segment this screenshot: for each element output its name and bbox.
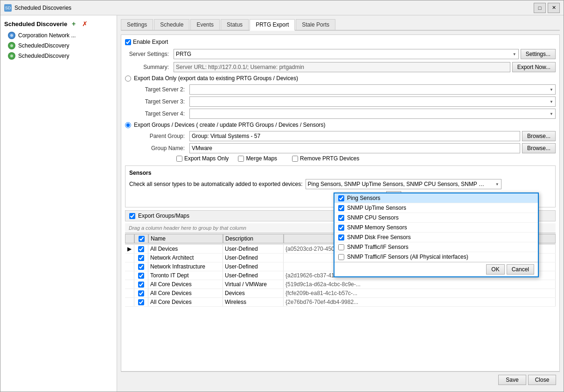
target-server-3-dropdown[interactable]: ▼ [189, 96, 556, 107]
group-name-browse-button[interactable]: Browse... [522, 143, 556, 153]
tab-events[interactable]: Events [190, 19, 220, 30]
sensors-multiselect-dropdown[interactable]: Ping Sensors, SNMP UpTime Sensors, SNMP … [306, 179, 501, 189]
target-server-4-dropdown[interactable]: ▼ [189, 109, 556, 119]
save-button[interactable]: Save [498, 375, 526, 385]
restore-button[interactable]: □ [534, 3, 546, 13]
sensor-ok-button[interactable]: OK [486, 264, 504, 275]
col-header-name[interactable]: Name [148, 234, 223, 243]
parent-group-row: Parent Group: Browse... [136, 131, 556, 141]
sidebar-title: Scheduled Discoverie [4, 21, 67, 28]
sensor-ping-checkbox[interactable] [338, 195, 344, 201]
svg-point-5 [10, 55, 13, 57]
sensor-snmp-cpu-checkbox[interactable] [338, 215, 344, 221]
row-desc-1: User-Defined [223, 254, 284, 262]
enable-export-checkbox[interactable] [125, 39, 131, 45]
add-discovery-button[interactable]: + [69, 19, 78, 28]
export-groups-row: Export Groups / Devices ( create / updat… [125, 122, 556, 128]
target-server-4-label: Target Server 4: [136, 110, 188, 117]
remove-prtg-checkbox[interactable] [292, 156, 298, 162]
table-row[interactable]: All Core Devices Virtual / VMWare {519d9… [125, 280, 556, 289]
select-all-checkbox[interactable] [139, 236, 145, 242]
tab-prtg-export[interactable]: PRTG Export [250, 19, 295, 31]
scheduled-discovery-1-icon [8, 42, 15, 49]
window-icon: SD [4, 4, 12, 12]
server-settings-value: PRTG [176, 51, 191, 57]
merge-maps-checkbox[interactable] [238, 156, 244, 162]
sensor-item-6[interactable]: SNMP Traffic/IF Sensors (All Physical in… [334, 252, 538, 262]
export-data-only-row: Export Data Only (export data to existin… [125, 75, 556, 82]
remove-discovery-button[interactable]: ✗ [80, 19, 90, 28]
tab-settings[interactable]: Settings [121, 19, 153, 30]
table-row[interactable]: All Core Devices Wireless {2e76bd76-70ef… [125, 298, 556, 307]
sensor-dropdown-overlay: Ping Sensors SNMP UpTime Sensors SNMP CP… [334, 193, 539, 277]
row-expand-0[interactable]: ▶ [125, 245, 134, 253]
sidebar-item-label-2: ScheduledDiscovery [18, 53, 69, 59]
sensor-item-4[interactable]: SNMP Disk Free Sensors [334, 233, 538, 242]
dropdown-arrow-sensors: ▼ [495, 182, 499, 186]
parent-group-input[interactable] [189, 131, 520, 141]
group-name-input[interactable] [189, 143, 520, 153]
sensor-snmp-memory-checkbox[interactable] [338, 225, 344, 231]
sensor-item-2[interactable]: SNMP CPU Sensors [334, 213, 538, 223]
settings-button[interactable]: Settings... [521, 49, 556, 59]
tab-stale-ports[interactable]: Stale Ports [296, 19, 335, 30]
target-servers-section: Target Server 2: ▼ Target Server 3: ▼ [125, 84, 556, 119]
row-name-3: Toronto IT Dept [148, 271, 223, 280]
corporation-network-icon [8, 32, 15, 39]
row-check-1[interactable] [134, 254, 148, 262]
sidebar-item-scheduled-1[interactable]: ScheduledDiscovery [0, 41, 117, 51]
close-button[interactable]: ✕ [548, 3, 560, 13]
sidebar-item-label-1: ScheduledDiscovery [18, 42, 69, 49]
export-now-button[interactable]: Export Now... [512, 62, 556, 72]
col-header-description[interactable]: Description [223, 234, 284, 243]
server-settings-dropdown[interactable]: PRTG ▼ [174, 49, 519, 59]
sensor-snmp-disk-checkbox[interactable] [338, 234, 344, 241]
table-row[interactable]: All Core Devices Devices {fcfe209b-ea81-… [125, 289, 556, 298]
close-button[interactable]: Close [528, 375, 556, 385]
row-check-5[interactable] [134, 289, 148, 297]
sensor-snmp-traffic-phys-label: SNMP Traffic/IF Sensors (All Physical in… [347, 254, 468, 260]
export-maps-only-checkbox[interactable] [176, 156, 182, 162]
row-check-3[interactable] [134, 271, 148, 280]
col-header-check[interactable] [134, 234, 148, 243]
tab-schedule[interactable]: Schedule [154, 19, 189, 30]
target-server-3-row: Target Server 3: ▼ [136, 96, 556, 107]
sensor-snmp-memory-label: SNMP Memory Sensors [347, 224, 407, 231]
export-groups-radio[interactable] [125, 122, 131, 128]
sidebar: Scheduled Discoverie + ✗ Corporation Net… [0, 15, 117, 392]
row-check-2[interactable] [134, 262, 148, 271]
summary-value: Server URL: http://127.0.0.1/; Username:… [174, 62, 510, 72]
row-expand-4 [125, 280, 134, 289]
dropdown-arrow-server: ▼ [513, 52, 516, 56]
sensor-item-0[interactable]: Ping Sensors [334, 193, 538, 203]
tab-status[interactable]: Status [221, 19, 249, 30]
row-desc-4: Virtual / VMWare [223, 280, 284, 289]
parent-group-browse-button[interactable]: Browse... [522, 131, 556, 141]
sensor-snmp-uptime-checkbox[interactable] [338, 205, 344, 211]
target-server-3-label: Target Server 3: [136, 98, 188, 105]
row-desc-3: User-Defined [223, 271, 284, 280]
row-check-0[interactable] [134, 245, 148, 253]
sensor-item-1[interactable]: SNMP UpTime Sensors [334, 203, 538, 213]
sensor-snmp-traffic-checkbox[interactable] [338, 244, 344, 250]
target-server-2-dropdown[interactable]: ▼ [189, 84, 556, 95]
sensor-item-5[interactable]: SNMP Traffic/IF Sensors [334, 242, 538, 252]
export-data-only-radio[interactable] [125, 76, 131, 82]
row-check-4[interactable] [134, 280, 148, 289]
sidebar-item-corporation-network[interactable]: Corporation Network ... [0, 30, 117, 41]
export-groups-maps-label: Export Groups/Maps [138, 213, 189, 219]
main-window: SD Scheduled Discoveries □ ✕ Scheduled D… [0, 0, 564, 392]
sensor-item-3[interactable]: SNMP Memory Sensors [334, 223, 538, 233]
sensor-snmp-cpu-label: SNMP CPU Sensors [347, 214, 398, 221]
content-area: Enable Export Server Settings: PRTG ▼ Se… [121, 34, 560, 371]
row-check-6[interactable] [134, 298, 148, 306]
sensor-snmp-traffic-phys-checkbox[interactable] [338, 254, 344, 260]
row-id-4: {519d9c1a-d62a-4cbc-8c9e-... [284, 280, 556, 289]
sidebar-item-scheduled-2[interactable]: ScheduledDiscovery [0, 51, 117, 61]
row-desc-0: User-Defined [223, 245, 284, 253]
row-expand-1 [125, 254, 134, 262]
sensor-cancel-button[interactable]: Cancel [507, 264, 534, 275]
export-groups-maps-checkbox[interactable] [129, 213, 135, 219]
row-name-4: All Core Devices [148, 280, 223, 289]
sensors-title: Sensors [129, 170, 551, 176]
